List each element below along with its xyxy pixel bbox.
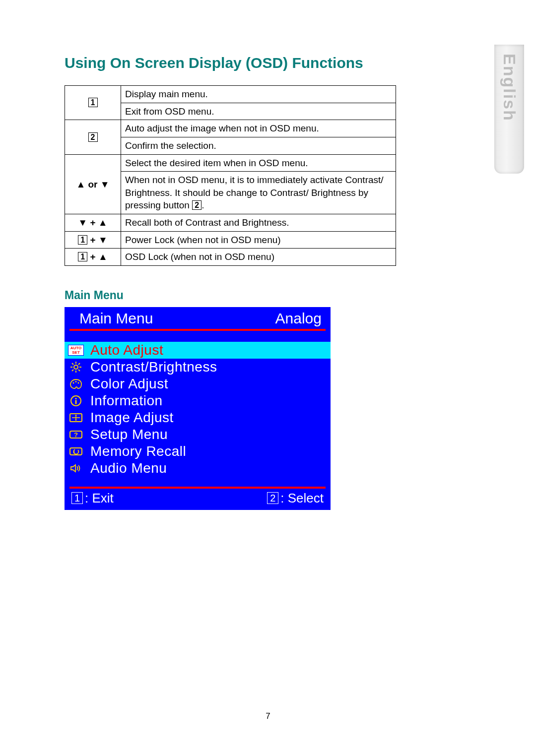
osd-item-label: Auto Adjust [90,342,163,358]
key-cell: 1 + [65,249,121,266]
desc-text: When not in OSD menu, it is to immediate… [125,175,384,210]
osd-footer-right-label: : Select [280,491,324,505]
setup-icon: ? [67,428,84,441]
boxed-2-icon: 2 [88,132,98,142]
key-cell: 1 + [65,231,121,249]
boxed-1-icon: 1 [71,492,83,504]
triangle-down-icon [98,235,108,245]
svg-text:?: ? [74,431,78,439]
osd-item-label: Contrast/Brightness [90,359,217,375]
osd-footer: 1: Exit 2: Select [65,489,331,510]
desc-cell: When not in OSD menu, it is to immediate… [121,172,396,214]
boxed-1-icon: 1 [78,235,87,245]
desc-cell: Exit from OSD menu. [121,103,396,120]
desc-text: . [201,200,204,210]
desc-cell: Select the desired item when in OSD menu… [121,154,396,172]
triangle-down-icon [100,179,110,189]
osd-item-label: Color Adjust [90,376,168,392]
triangle-up-icon [98,217,108,228]
sun-icon [67,361,84,374]
osd-item-label: Memory Recall [90,443,186,459]
boxed-1-icon: 1 [78,252,87,261]
table-row: or Select the desired item when in OSD m… [65,154,396,172]
svg-line-5 [72,363,73,365]
triangle-down-icon [78,217,87,228]
osd-item-memory-recall[interactable]: Memory Recall [65,443,331,460]
osd-functions-table: 1 Display main menu. Exit from OSD menu.… [65,85,396,266]
svg-point-0 [74,365,78,369]
svg-point-9 [73,382,74,384]
osd-footer-left-label: : Exit [85,491,114,505]
language-tab: English [494,45,524,174]
language-label: English [500,54,519,122]
table-row: 1 + Power Lock (when not in OSD menu) [65,231,396,249]
osd-header-left: Main Menu [79,310,153,327]
desc-cell: Power Lock (when not in OSD menu) [121,231,396,249]
osd-header-right: Analog [275,310,322,327]
osd-item-label: Audio Menu [90,460,167,476]
svg-point-10 [75,381,77,382]
key-cell: 2 [65,120,121,154]
table-row: 2 Auto adjust the image when not in OSD … [65,120,396,137]
desc-cell: Recall both of Contrast and Brightness. [121,214,396,232]
desc-cell: Display main menu. [121,86,396,103]
osd-item-auto-adjust[interactable]: AUTOSET Auto Adjust [65,342,331,359]
osd-item-label: Image Adjust [90,410,174,426]
osd-panel: Main Menu Analog AUTOSET Auto Adjust Con… [65,307,331,510]
osd-items: AUTOSET Auto Adjust Contrast/Brightness … [65,342,331,480]
boxed-2-icon: 2 [192,200,201,210]
table-row: + Recall both of Contrast and Brightness… [65,214,396,232]
osd-item-label: Information [90,393,163,409]
boxed-1-icon: 1 [88,98,98,107]
table-row: 1 + OSD Lock (when not in OSD menu) [65,249,396,266]
svg-line-8 [78,363,80,365]
osd-item-contrast-brightness[interactable]: Contrast/Brightness [65,359,331,376]
osd-footer-select: 2: Select [267,491,324,506]
triangle-up-icon [76,179,85,189]
section-title: Using On Screen Display (OSD) Functions [65,55,471,71]
auto-set-icon: AUTOSET [67,344,84,357]
osd-item-information[interactable]: Information [65,392,331,409]
osd-item-audio-menu[interactable]: Audio Menu [65,460,331,477]
osd-header: Main Menu Analog [65,307,331,329]
boxed-2-icon: 2 [267,492,278,504]
recall-icon [67,445,84,458]
osd-item-color-adjust[interactable]: Color Adjust [65,376,331,392]
svg-line-6 [78,370,80,371]
key-cell: 1 [65,86,121,120]
osd-item-setup-menu[interactable]: ? Setup Menu [65,426,331,443]
svg-point-13 [75,398,76,399]
svg-point-11 [78,382,79,384]
osd-footer-exit: 1: Exit [71,491,114,506]
audio-icon [67,462,84,475]
desc-cell: Confirm the selection. [121,137,396,154]
key-cell: or [65,154,121,214]
triangle-up-icon [98,252,108,262]
table-row: 1 Display main menu. [65,86,396,103]
palette-icon [67,378,84,390]
svg-line-7 [72,370,73,371]
page-number: 7 [0,711,536,721]
key-cell: + [65,214,121,232]
svg-rect-14 [75,400,77,404]
image-adjust-icon [67,411,84,424]
desc-cell: Auto adjust the image when not in OSD me… [121,120,396,137]
desc-cell: OSD Lock (when not in OSD menu) [121,249,396,266]
osd-item-image-adjust[interactable]: Image Adjust [65,409,331,426]
sub-title: Main Menu [65,289,471,302]
info-icon [67,394,84,407]
osd-item-label: Setup Menu [90,427,168,442]
